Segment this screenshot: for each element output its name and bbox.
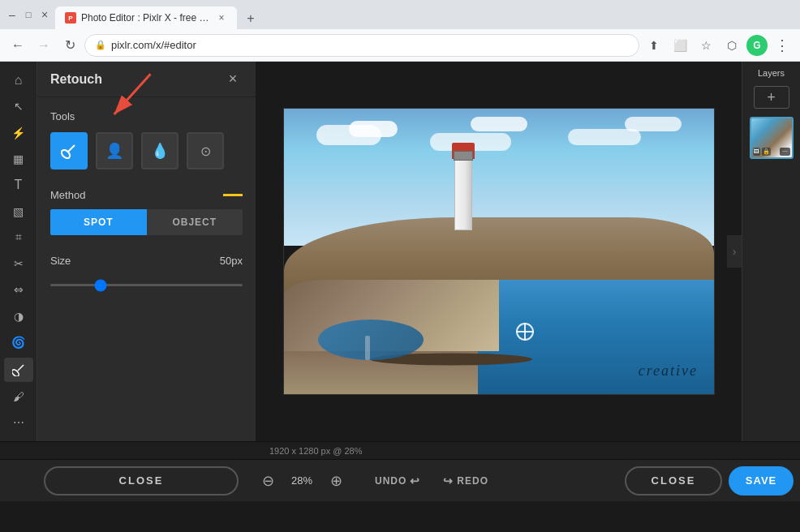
panel-title: Retouch bbox=[50, 72, 102, 87]
add-layer-btn[interactable]: + bbox=[754, 86, 789, 109]
tool-retouch[interactable] bbox=[4, 358, 33, 382]
tab-favicon: P bbox=[65, 12, 76, 24]
zoom-in-btn[interactable]: ⊕ bbox=[325, 470, 347, 492]
layers-title: Layers bbox=[758, 68, 785, 78]
status-bar: 1920 x 1280 px @ 28% bbox=[0, 441, 800, 459]
tool-options-row: 👤 💧 ⊙ bbox=[50, 132, 243, 169]
nav-back-btn[interactable]: ← bbox=[6, 34, 29, 57]
browser-tab[interactable]: P Photo Editor : Pixlr X - free im... × bbox=[55, 6, 237, 29]
cast-btn[interactable]: ⬜ bbox=[669, 34, 691, 57]
browser-menu-btn[interactable]: ⋮ bbox=[771, 34, 794, 57]
bookmark-btn[interactable]: ☆ bbox=[695, 34, 717, 57]
canvas-area: creative › bbox=[256, 62, 742, 441]
method-header-row: Method bbox=[50, 189, 243, 201]
new-tab-btn[interactable]: + bbox=[240, 8, 261, 29]
tool-crop[interactable]: ⌗ bbox=[4, 225, 33, 250]
size-label: Size bbox=[50, 255, 71, 267]
bottom-toolbar: CLOSE ⊖ 28% ⊕ UNDO ↩ ↪ REDO CLOSE SAVE bbox=[0, 459, 800, 501]
method-spot-btn[interactable]: SPOT bbox=[50, 209, 147, 235]
tool-liquify[interactable]: 🌀 bbox=[4, 330, 33, 354]
method-indicator-bar bbox=[223, 194, 243, 196]
canvas-image: creative bbox=[283, 108, 715, 395]
panel-close-btn[interactable]: × bbox=[223, 70, 243, 89]
layer-image-icon: 🖼 bbox=[753, 148, 760, 156]
layers-panel: Layers + ⋯ 🖼 🔒 bbox=[742, 62, 800, 441]
window-control-minimize[interactable]: – bbox=[6, 9, 18, 20]
tool-brush[interactable]: 🖌 bbox=[4, 384, 33, 408]
expand-right-btn[interactable]: › bbox=[727, 235, 742, 268]
share-btn[interactable]: ⬆ bbox=[643, 34, 665, 57]
tab-title: Photo Editor : Pixlr X - free im... bbox=[81, 12, 211, 24]
tool-more[interactable]: ⋯ bbox=[4, 410, 33, 435]
crosshair-cursor bbox=[516, 323, 534, 341]
clone-tool-btn[interactable]: 👤 bbox=[96, 132, 133, 169]
url-bar[interactable]: 🔒 pixlr.com/x/#editor bbox=[84, 34, 639, 57]
layer-menu-icon: ⋯ bbox=[780, 148, 790, 156]
svg-line-1 bbox=[18, 365, 24, 371]
close-left-btn[interactable]: CLOSE bbox=[44, 466, 239, 496]
tools-section-label: Tools bbox=[50, 110, 243, 122]
layer-lock-icon: 🔒 bbox=[762, 148, 771, 156]
dodge-tool-btn[interactable]: 💧 bbox=[141, 132, 178, 169]
close-right-btn[interactable]: CLOSE bbox=[625, 466, 722, 496]
url-text: pixlr.com/x/#editor bbox=[111, 39, 196, 51]
tool-text[interactable]: T bbox=[4, 173, 33, 197]
address-bar: ← → ↻ 🔒 pixlr.com/x/#editor ⬆ ⬜ ☆ ⬡ G ⋮ bbox=[0, 29, 800, 62]
panel-header: Retouch × bbox=[37, 62, 256, 97]
method-object-btn[interactable]: OBJECT bbox=[147, 209, 243, 235]
watermark: creative bbox=[639, 363, 698, 380]
burn-tool-btn[interactable]: ⊙ bbox=[187, 132, 224, 169]
tool-layers[interactable]: ▦ bbox=[4, 147, 33, 171]
size-value: 50px bbox=[220, 255, 243, 267]
window-control-maximize[interactable]: □ bbox=[23, 9, 34, 20]
method-label: Method bbox=[50, 189, 85, 201]
heal-tool-btn[interactable] bbox=[50, 132, 88, 169]
nav-refresh-btn[interactable]: ↻ bbox=[58, 34, 81, 57]
tool-brightness[interactable]: ◑ bbox=[4, 304, 33, 328]
size-slider[interactable] bbox=[50, 284, 243, 286]
tool-home[interactable]: ⌂ bbox=[4, 68, 33, 92]
svg-line-4 bbox=[68, 145, 75, 152]
size-slider-container bbox=[50, 275, 243, 290]
lock-icon: 🔒 bbox=[95, 40, 106, 50]
tool-adjust[interactable]: ⇔ bbox=[4, 277, 33, 302]
tool-cut[interactable]: ✂ bbox=[4, 251, 33, 276]
method-buttons-row: SPOT OBJECT bbox=[50, 209, 243, 235]
size-row: Size 50px bbox=[50, 255, 243, 267]
extensions-btn[interactable]: ⬡ bbox=[720, 34, 743, 57]
left-toolbar: ⌂ ↖ ⚡ ▦ T ▧ ⌗ ✂ ⇔ ◑ 🌀 🖌 ⋯ bbox=[0, 62, 37, 441]
tool-select[interactable]: ↖ bbox=[4, 94, 33, 118]
zoom-out-btn[interactable]: ⊖ bbox=[256, 470, 279, 492]
tool-pattern[interactable]: ▧ bbox=[4, 199, 33, 223]
window-control-close[interactable]: × bbox=[39, 9, 50, 20]
browser-titlebar: – □ × P Photo Editor : Pixlr X - free im… bbox=[0, 0, 800, 29]
undo-btn[interactable]: UNDO ↩ bbox=[365, 468, 430, 494]
nav-forward-btn[interactable]: → bbox=[32, 34, 55, 57]
profile-avatar[interactable]: G bbox=[746, 35, 768, 56]
app-container: ⌂ ↖ ⚡ ▦ T ▧ ⌗ ✂ ⇔ ◑ 🌀 🖌 ⋯ bbox=[0, 62, 800, 441]
status-text: 1920 x 1280 px @ 28% bbox=[269, 446, 363, 456]
tool-magic[interactable]: ⚡ bbox=[4, 121, 33, 145]
retouch-panel: Retouch × Tools 👤 💧 ⊙ Method bbox=[37, 62, 256, 441]
panel-body: Tools 👤 💧 ⊙ Method SPOT bbox=[37, 97, 256, 441]
tab-close-btn[interactable]: × bbox=[216, 12, 227, 24]
undo-redo-group: UNDO ↩ ↪ REDO bbox=[365, 468, 498, 494]
redo-btn[interactable]: ↪ REDO bbox=[433, 468, 498, 494]
save-btn[interactable]: SAVE bbox=[729, 466, 794, 496]
zoom-value: 28% bbox=[287, 474, 316, 487]
layer-thumbnail[interactable]: ⋯ 🖼 🔒 bbox=[750, 117, 794, 159]
